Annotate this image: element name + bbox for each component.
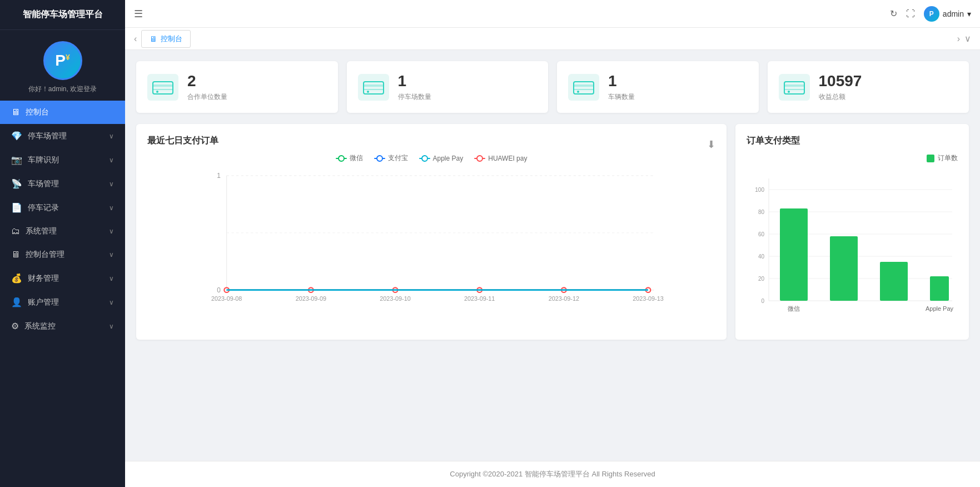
stat-cards: 2 合作单位数量 1 停车场数量 <box>136 61 969 113</box>
sidebar-item-label-lot: 车场管理 <box>28 179 59 189</box>
legend-applepay: Apple Pay <box>419 155 464 162</box>
stat-icon-vehicles <box>568 74 599 101</box>
stat-card-revenue: 10597 收益总额 <box>768 61 969 113</box>
svg-rect-9 <box>574 85 594 87</box>
sidebar-item-label-sys: 系统管理 <box>26 226 57 236</box>
svg-text:100: 100 <box>755 187 764 193</box>
parking-mgmt-icon: 💎 <box>11 131 22 141</box>
chevron-down-icon-6: ∨ <box>109 251 114 259</box>
stat-value-lots: 1 <box>398 72 431 90</box>
tab-back-arrow[interactable]: ‹ <box>134 34 137 44</box>
svg-text:2023-09-08: 2023-09-08 <box>211 295 242 302</box>
tab-dashboard-icon: 🖥 <box>150 34 157 43</box>
bar-2 <box>830 236 858 301</box>
console-mgmt-icon: 🖥 <box>11 250 20 260</box>
svg-rect-12 <box>784 82 804 94</box>
stat-label-partners: 合作单位数量 <box>187 92 227 102</box>
line-chart-card: 最近七日支付订单 ⬇ 微信 支付宝 Apple Pay <box>136 124 727 340</box>
sidebar-item-label-parking: 停车场管理 <box>28 131 67 141</box>
svg-point-3 <box>156 91 158 93</box>
chevron-down-icon-8: ∨ <box>109 299 114 306</box>
svg-text:2023-09-10: 2023-09-10 <box>380 295 410 302</box>
chevron-down-icon-5: ∨ <box>109 227 114 235</box>
sidebar-item-park-record[interactable]: 📄 停车记录 ∨ <box>0 196 125 220</box>
svg-rect-8 <box>574 82 594 94</box>
svg-text:2023-09-13: 2023-09-13 <box>633 295 663 302</box>
tab-expand-arrow[interactable]: ∨ <box>964 33 971 44</box>
content-area: 2 合作单位数量 1 停车场数量 <box>125 50 980 461</box>
sidebar-item-console-mgmt[interactable]: 🖥 控制台管理 ∨ <box>0 243 125 266</box>
stat-label-vehicles: 车辆数量 <box>608 92 635 102</box>
charts-row: 最近七日支付订单 ⬇ 微信 支付宝 Apple Pay <box>136 124 969 340</box>
legend-dot-applepay <box>419 158 430 159</box>
welcome-text: 你好！admin, 欢迎登录 <box>28 85 97 94</box>
download-icon[interactable]: ⬇ <box>707 138 715 151</box>
lot-mgmt-icon: 📡 <box>11 178 22 189</box>
stat-label-revenue: 收益总额 <box>819 92 862 102</box>
legend-dot-alipay <box>374 158 385 159</box>
legend-label-applepay: Apple Pay <box>433 155 464 162</box>
dashboard-icon: 🖥 <box>11 107 20 117</box>
menu-toggle-icon[interactable]: ☰ <box>134 8 143 20</box>
refresh-icon[interactable]: ↻ <box>890 8 897 19</box>
sidebar-item-label-finance: 财务管理 <box>28 274 59 284</box>
sidebar-item-label-dashboard: 控制台 <box>26 107 49 117</box>
sidebar: 智能停车场管理平台 P¥ 你好！admin, 欢迎登录 🖥 控制台 💎 停车场管… <box>0 0 125 487</box>
avatar: P¥ <box>43 41 82 80</box>
bar-chart-card: 订单支付类型 订单数 <box>735 124 969 340</box>
svg-text:0: 0 <box>761 298 764 304</box>
sidebar-item-sys-mgmt[interactable]: 🗂 系统管理 ∨ <box>0 220 125 243</box>
sidebar-item-dashboard[interactable]: 🖥 控制台 <box>0 101 125 124</box>
svg-rect-5 <box>364 85 384 87</box>
avatar-icon: P¥ <box>55 52 69 69</box>
sidebar-item-lot-mgmt[interactable]: 📡 车场管理 ∨ <box>0 172 125 196</box>
account-mgmt-icon: 👤 <box>11 297 22 307</box>
legend-label-wechat: 微信 <box>350 153 363 163</box>
chevron-down-icon-2: ∨ <box>109 156 114 164</box>
legend-label-huawei: HUAWEI pay <box>488 155 527 162</box>
line-chart-title: 最近七日支付订单 <box>147 135 218 147</box>
tab-dashboard[interactable]: 🖥 控制台 <box>141 30 191 48</box>
svg-text:40: 40 <box>758 254 765 260</box>
bar-wechat <box>780 208 808 301</box>
sys-monitor-icon: ⚙ <box>11 321 19 331</box>
sidebar-item-parking-mgmt[interactable]: 💎 停车场管理 ∨ <box>0 124 125 148</box>
svg-text:0: 0 <box>217 286 221 294</box>
chevron-down-icon-7: ∨ <box>109 275 114 282</box>
svg-rect-0 <box>153 82 173 94</box>
sidebar-item-label-monitor: 系统监控 <box>24 321 56 331</box>
stat-value-vehicles: 1 <box>608 72 635 90</box>
chevron-down-icon-4: ∨ <box>109 204 114 212</box>
sidebar-item-sys-monitor[interactable]: ⚙ 系统监控 ∨ <box>0 314 125 338</box>
line-chart-legend: 微信 支付宝 Apple Pay HUAWEI pay <box>147 153 715 163</box>
stat-card-lots: 1 停车场数量 <box>347 61 549 113</box>
footer: Copyright ©2020-2021 智能停车场管理平台 All Right… <box>125 461 980 487</box>
username-label: admin <box>943 9 964 18</box>
tab-bar: ‹ 🖥 控制台 › ∨ <box>125 28 980 50</box>
bar-applepay <box>930 276 949 301</box>
stat-value-partners: 2 <box>187 72 227 90</box>
svg-point-7 <box>367 91 369 93</box>
svg-rect-13 <box>784 85 804 87</box>
legend-dot-wechat <box>336 158 347 159</box>
svg-text:微信: 微信 <box>788 305 800 312</box>
sidebar-avatar-section: P¥ 你好！admin, 欢迎登录 <box>0 30 125 101</box>
bar-3 <box>880 262 908 301</box>
stat-icon-lots <box>358 74 389 101</box>
svg-text:20: 20 <box>758 276 765 282</box>
svg-text:2023-09-12: 2023-09-12 <box>549 295 579 302</box>
user-avatar: P <box>924 6 939 22</box>
sidebar-nav: 🖥 控制台 💎 停车场管理 ∨ 📷 车牌识别 ∨ 📡 车场管理 ∨ <box>0 101 125 487</box>
fullscreen-icon[interactable]: ⛶ <box>906 9 915 19</box>
chevron-down-icon-9: ∨ <box>109 322 114 330</box>
stat-label-lots: 停车场数量 <box>398 92 431 102</box>
sidebar-item-account-mgmt[interactable]: 👤 账户管理 ∨ <box>0 290 125 314</box>
dropdown-icon: ▾ <box>967 9 971 18</box>
user-menu[interactable]: P admin ▾ <box>924 6 971 22</box>
tab-forward-arrow[interactable]: › <box>957 34 960 44</box>
chevron-down-icon-3: ∨ <box>109 180 114 188</box>
sidebar-item-finance-mgmt[interactable]: 💰 财务管理 ∨ <box>0 266 125 290</box>
stat-card-partners: 2 合作单位数量 <box>136 61 338 113</box>
sidebar-item-plate-recog[interactable]: 📷 车牌识别 ∨ <box>0 148 125 172</box>
stat-value-revenue: 10597 <box>819 72 862 90</box>
